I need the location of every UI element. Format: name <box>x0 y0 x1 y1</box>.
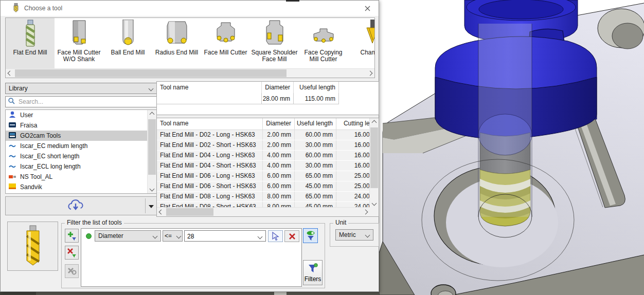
library-list-scrollbar[interactable] <box>147 110 156 193</box>
scroll-left-icon[interactable] <box>6 69 14 78</box>
tool-type-flat-end-mill[interactable]: Flat End Mill <box>6 18 55 69</box>
tools-table-vscrollbar[interactable] <box>369 118 379 208</box>
tool-strip-scrollbar[interactable] <box>6 68 374 78</box>
library-item-go2cam-tools[interactable]: GO2cam Tools <box>6 131 148 141</box>
chevron-down-icon <box>365 232 370 237</box>
tools-table-hscrollbar[interactable] <box>157 207 370 216</box>
tool-type-radius-end-mill[interactable]: Radius End Mill <box>152 18 201 69</box>
dialog-titlebar[interactable]: Choose a tool <box>1 1 379 16</box>
scroll-left-icon[interactable] <box>157 208 166 216</box>
chevron-down-icon <box>176 233 182 238</box>
filter-toggle-icon <box>306 231 315 241</box>
table-row[interactable]: Flat End Mill - D02 - Long - HSK632.00 m… <box>157 130 370 140</box>
dropdown-caret-icon[interactable] <box>149 205 154 208</box>
fraisa-logo <box>9 122 16 129</box>
library-item-iscar-ecl-long[interactable]: Iscar_ECL long length <box>6 161 148 172</box>
end-mill-preview-image <box>17 224 48 269</box>
iscar-logo <box>9 142 16 150</box>
scrollbar-thumb[interactable] <box>15 69 287 77</box>
scroll-up-icon[interactable] <box>148 110 156 119</box>
scrollbar-thumb[interactable] <box>148 119 156 175</box>
table-row[interactable]: Flat End Mill - D08 - Long - HSK638.00 m… <box>157 192 370 202</box>
ball-end-mill-icon <box>119 20 137 49</box>
filter-operator-dropdown[interactable]: <= <box>163 230 183 242</box>
scroll-right-icon[interactable] <box>366 69 374 78</box>
tool-type-square-shoulder-face-mill[interactable]: Square Shoulder Face Mill <box>250 18 299 69</box>
sandvik-logo <box>9 183 16 191</box>
filter-field-dropdown[interactable]: Diameter <box>95 230 161 242</box>
table-row[interactable]: Flat End Mill - D06 - Short - HSK636.00 … <box>157 181 370 192</box>
selected-tool-diameter: 28.00 mm <box>262 93 294 104</box>
table-row[interactable]: Flat End Mill - D02 - Short - HSK632.00 … <box>157 140 370 151</box>
search-box[interactable] <box>5 96 157 107</box>
tools-table-header: Tool name Diameter Useful length Cutting… <box>157 118 370 130</box>
table-row[interactable]: Flat End Mill - D04 - Short - HSK634.00 … <box>157 161 370 171</box>
scroll-up-icon[interactable] <box>370 118 379 127</box>
divider <box>145 198 146 213</box>
scroll-down-icon[interactable] <box>370 199 379 208</box>
filter-value-input[interactable] <box>185 231 255 242</box>
chevron-down-icon <box>258 234 263 239</box>
pick-value-button[interactable] <box>268 230 283 242</box>
filters-button[interactable]: Filters <box>303 260 323 285</box>
tools-table: Tool name Diameter Useful length Cutting… <box>156 118 379 217</box>
library-dropdown-value: Library <box>9 85 28 92</box>
unit-dropdown[interactable]: Metric <box>335 229 373 241</box>
table-row[interactable]: Flat End Mill - D06 - Long - HSK636.00 m… <box>157 171 370 181</box>
tool-type-strip: Flat End Mill Face Mill Cutter W/O Shank… <box>5 17 375 78</box>
library-item-iscar-ec-short[interactable]: Iscar_EC short length <box>6 151 148 161</box>
filter-field-value: Diameter <box>98 232 123 239</box>
delete-filter-row-button[interactable] <box>284 230 299 242</box>
square-shoulder-face-mill-icon <box>263 20 286 49</box>
filters-funnel-icon <box>307 263 318 274</box>
milling-tool <box>478 24 532 237</box>
add-filter-button[interactable] <box>65 229 79 243</box>
selected-tool-values: 28.00 mm 115.00 mm <box>157 93 379 104</box>
clear-filters-button-disabled <box>65 264 79 278</box>
scroll-right-icon[interactable] <box>361 208 370 216</box>
scrollbar-corner <box>370 208 379 216</box>
iscar-logo <box>9 163 16 170</box>
filter-value-combo[interactable] <box>184 230 266 242</box>
column-header[interactable]: Tool name <box>157 118 263 130</box>
library-dropdown[interactable]: Library <box>5 83 157 94</box>
toggle-filter-button[interactable] <box>303 228 318 243</box>
tool-type-face-mill-cutter[interactable]: Face Mill Cutter <box>201 18 250 69</box>
table-row[interactable]: Flat End Mill - D04 - Long - HSK634.00 m… <box>157 151 370 161</box>
face-mill-cutter-icon <box>214 20 238 49</box>
chamfer-icon <box>364 20 375 49</box>
scrollbar-thumb[interactable] <box>370 127 378 188</box>
red-x-icon <box>289 233 295 239</box>
library-item-ns-tool-al[interactable]: NS Tool_AL <box>6 172 148 182</box>
filter-group: Filter the list of tools Diameter <= <box>61 223 325 288</box>
unit-value: Metric <box>339 231 356 238</box>
choose-tool-dialog: Choose a tool Flat End Mill Face Mill Cu… <box>0 0 379 292</box>
screen-artifact <box>286 0 299 2</box>
column-header[interactable]: Useful length <box>295 118 336 130</box>
library-list: User Fraisa GO2cam Tools Iscar_EC medium… <box>5 109 157 194</box>
scroll-down-icon[interactable] <box>148 185 156 193</box>
selected-tool-header: Tool name Diameter Useful length <box>157 82 379 93</box>
column-header[interactable]: Diameter <box>263 118 295 130</box>
tool-type-ball-end-mill[interactable]: Ball End Mill <box>103 18 152 69</box>
column-header[interactable]: Useful length <box>294 82 339 93</box>
scrollbar-thumb[interactable] <box>166 208 213 216</box>
tool-preview <box>7 222 58 271</box>
library-item-iscar-ec-medium[interactable]: Iscar_EC medium length <box>6 141 148 151</box>
library-item-user[interactable]: User <box>6 110 148 120</box>
library-item-fraisa[interactable]: Fraisa <box>6 120 148 131</box>
download-library-button[interactable] <box>5 196 157 215</box>
nstool-logo <box>9 173 16 180</box>
library-item-sandvik[interactable]: Sandvik <box>6 182 148 192</box>
tool-type-chamfer[interactable]: Chamfer <box>348 18 374 69</box>
column-header[interactable]: Tool name <box>157 82 262 93</box>
search-input[interactable] <box>17 96 156 107</box>
tool-type-face-mill-wo-shank[interactable]: Face Mill Cutter W/O Shank <box>55 18 103 69</box>
close-icon[interactable] <box>358 1 377 16</box>
unit-group: Unit Metric <box>330 223 379 247</box>
column-header[interactable]: Cutting length <box>336 118 370 130</box>
remove-filter-button[interactable] <box>65 246 79 260</box>
chevron-down-icon <box>153 233 158 238</box>
tool-type-face-copying-mill-cutter[interactable]: Face Copying Mill Cutter <box>299 18 348 69</box>
column-header[interactable]: Diameter <box>262 82 294 93</box>
